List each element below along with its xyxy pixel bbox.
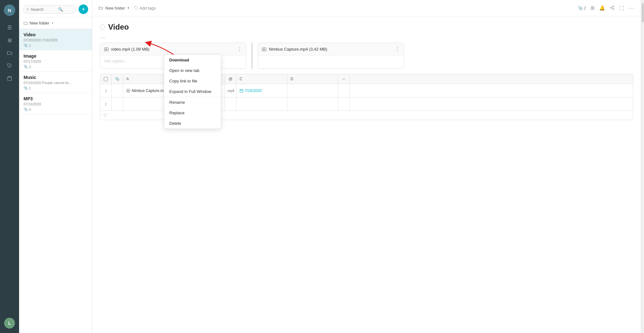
table-header-d: D [287,74,338,84]
table-row-attach-1 [112,84,123,97]
paperclip-icon: 📎 [578,6,583,11]
tag-small-icon [134,6,138,10]
context-menu-delete[interactable]: Delete [164,118,221,129]
svg-point-3 [610,7,612,8]
file-chip: Nimbus Capture.mp4 [126,89,168,93]
video-card-1-name: video.mp4 (1.09 MB) [111,47,234,52]
table-row-end-2 [338,97,350,110]
fullscreen-icon[interactable]: ⛶ [619,5,624,11]
sidebar-item-meta: 07/16/2020 People cannot liv... [24,81,88,85]
scrollbar[interactable] [641,0,644,333]
chevron-down-icon: ▾ [52,22,53,25]
sidebar-header: ≡ 🔍 + [19,0,92,18]
replace-label: Replace [169,110,185,115]
video-card-2-name: Nimbus Capture.mp4 (3.42 MB) [269,47,392,52]
add-tags-button[interactable]: Add tags [134,6,156,11]
calendar-icon [240,89,243,93]
open-new-tab-label: Open in new tab [169,68,200,73]
table-header-attach: 📎 [112,74,123,84]
folder-small-icon [24,21,28,25]
attach-icon: 📎 [24,86,28,90]
context-menu-replace[interactable]: Replace [164,108,221,118]
sidebar-item-title: Music [24,75,88,80]
more-options-icon[interactable]: ⋯ [628,4,634,11]
video-card-dots-btn[interactable]: ⋯ [100,35,105,41]
video-card-1-header: video.mp4 (1.09 MB) ⋮ [100,43,246,56]
table-header-c: C [236,74,287,84]
sidebar-item-meta: 07/20/2020 7/16/2020 [24,38,88,42]
table-row-c-2 [236,97,287,110]
sidebar-item-meta: 07/16/2020 [24,102,88,106]
video-file-icon-2 [262,47,266,52]
tag-icon[interactable] [4,60,15,71]
sidebar-item-title: Video [24,32,88,37]
sidebar-item-music[interactable]: Music 07/16/2020 People cannot liv... 📎 … [19,72,92,93]
grid-view-icon[interactable]: ⊞ [591,5,595,11]
breadcrumb-name: New folder [105,6,125,11]
share-icon[interactable] [610,5,615,11]
context-menu-copy-link[interactable]: Copy link to file [164,76,221,86]
sidebar-item-attach: 📎 3 [24,65,88,69]
breadcrumb-folder-icon [99,6,103,10]
table-row-attach-2 [112,97,123,110]
trash-icon[interactable] [4,73,15,84]
sidebar-item-attach: 📎 4 [24,107,88,111]
context-menu-rename[interactable]: Rename [164,97,221,108]
table-header-expand[interactable]: ↔ [338,74,350,84]
add-note-button[interactable]: + [79,4,88,14]
folder-icon[interactable] [4,47,15,59]
search-icon: 🔍 [58,7,63,12]
context-menu-open-new-tab[interactable]: Open in new tab [164,65,221,76]
breadcrumb-chevron-icon: ▾ [128,6,129,10]
filter-icon: ≡ [26,7,29,11]
note-radio[interactable] [100,25,105,30]
video-card-1-more-btn[interactable]: ⋮ [237,46,242,52]
table-row-d-1 [287,84,338,97]
date-value: 7/16/2020 [245,89,262,93]
sidebar-list: Video 07/20/2020 7/16/2020 📎 2 Image 07/… [19,29,92,333]
icon-bar: N ☰ ⊞ L [0,0,19,333]
avatar-l[interactable]: L [4,318,15,329]
context-menu-expand[interactable]: Expand in Full Window [164,86,221,97]
table-header-check [100,74,112,84]
video-card-2: Nimbus Capture.mp4 (3.42 MB) ⋮ [258,43,404,69]
search-input[interactable] [31,7,56,12]
avatar-n[interactable]: N [4,4,15,16]
search-box[interactable]: ≡ 🔍 [23,5,76,14]
table-row-d-2 [287,97,338,110]
file-chip-icon [126,89,130,93]
attach-icon: 📎 [24,65,28,69]
sidebar-item-image[interactable]: Image 07/17/2020 📎 3 [19,50,92,72]
table-header-at: @ [225,74,236,84]
context-menu-download[interactable]: Download [164,55,221,65]
hamburger-icon[interactable]: ☰ [4,22,15,33]
video-cards-row: video.mp4 (1.09 MB) ⋮ Add caption... Dow… [100,43,633,69]
video-card-2-more-btn[interactable]: ⋮ [395,46,400,52]
sidebar-item-mp3[interactable]: MP3 07/16/2020 📎 4 [19,93,92,114]
sidebar-item-title: MP3 [24,96,88,101]
video-card-1: video.mp4 (1.09 MB) ⋮ Add caption... Dow… [100,43,246,69]
sidebar-item-meta: 07/17/2020 [24,60,88,63]
table-row-end-1 [338,84,350,97]
svg-rect-0 [8,77,11,81]
table-select-all[interactable] [104,77,108,81]
sidebar-folder-name: New folder [30,21,49,25]
scrollbar-thumb[interactable] [642,3,644,22]
ref-file: .mp4 [227,89,234,93]
main-content: New folder ▾ Add tags 📎 2 ⊞ 🔔 [92,0,641,333]
table-row-num-1: 1 [100,84,112,97]
video-card-2-body [258,56,404,68]
add-tags-label: Add tags [139,6,156,11]
svg-point-1 [613,6,614,7]
svg-marker-10 [128,90,129,91]
video-file-icon [104,47,108,52]
note-title: Video [108,23,129,32]
row-number: 1 [105,89,107,93]
notification-icon[interactable]: 🔔 [599,5,605,11]
sidebar-item-video[interactable]: Video 07/20/2020 7/16/2020 📎 2 [19,29,92,50]
grid-icon[interactable]: ⊞ [4,34,15,46]
sidebar-folder[interactable]: New folder ▾ [19,18,92,29]
expand-label: Expand in Full Window [169,89,211,94]
context-menu: Download Open in new tab Copy link to fi… [164,54,221,129]
file-chip-name: Nimbus Capture.mp4 [132,89,168,93]
